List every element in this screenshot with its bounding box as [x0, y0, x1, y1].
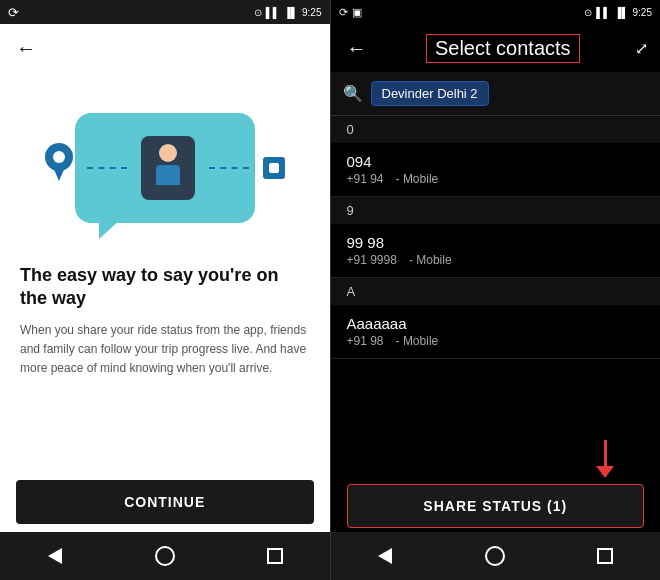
right-status-left: ⟳ ▣: [339, 6, 362, 19]
arrow-body: [604, 440, 607, 466]
route-line-2: [209, 167, 249, 169]
right-toolbar: ← Select contacts ⤢: [331, 24, 661, 72]
phone-type: - Mobile: [409, 253, 452, 267]
person-head: [159, 144, 177, 162]
contact-name: 094: [347, 153, 645, 170]
signal-icon: ▌▌: [266, 7, 280, 18]
battery-icon: ▐▌: [284, 7, 298, 18]
time-display: 9:25: [302, 7, 321, 18]
contact-phone: +91 9998 - Mobile: [347, 253, 645, 267]
search-chip[interactable]: Devinder Delhi 2: [371, 81, 489, 106]
arrow-head: [596, 466, 614, 478]
contact-row[interactable]: 99 98 +91 9998 - Mobile: [331, 224, 661, 278]
illustration-container: [20, 88, 310, 248]
phone-number: +91 98: [347, 334, 384, 348]
red-arrow-indicator: [596, 440, 614, 478]
left-status-bar: ⟳ ⊙ ▌▌ ▐▌ 9:25: [0, 0, 330, 24]
svg-point-1: [53, 151, 65, 163]
search-bar: 🔍 Devinder Delhi 2: [331, 72, 661, 116]
status-left: ⟳: [8, 5, 19, 20]
right-status-bar: ⟳ ▣ ⊙ ▌▌ ▐▌ 9:25: [331, 0, 661, 24]
phone-number: +91 9998: [347, 253, 397, 267]
phone-type: - Mobile: [396, 334, 439, 348]
route-line: [87, 167, 127, 169]
left-toolbar: ←: [0, 24, 330, 72]
search-icon: 🔍: [343, 84, 363, 103]
location-pin: [45, 143, 73, 183]
headline: The easy way to say you're on the way: [20, 264, 310, 311]
right-nav-back-button[interactable]: [369, 540, 401, 572]
phone-type: - Mobile: [396, 172, 439, 186]
right-nav-home-button[interactable]: [479, 540, 511, 572]
phone-number: +91 94: [347, 172, 384, 186]
right-status-right: ⊙ ▌▌ ▐▌ 9:25: [584, 7, 652, 18]
right-location-icon: ⊙: [584, 7, 592, 18]
illustration-area: The easy way to say you're on the way Wh…: [0, 72, 330, 468]
nav-back-button[interactable]: [39, 540, 71, 572]
right-panel: ⟳ ▣ ⊙ ▌▌ ▐▌ 9:25 ← Select contacts ⤢ 🔍 D…: [331, 0, 661, 580]
left-panel: ⟳ ⊙ ▌▌ ▐▌ 9:25 ←: [0, 0, 330, 580]
page-title: Select contacts: [426, 34, 580, 63]
nav-back-arrow-icon: [48, 548, 62, 564]
app-icon: ⟳: [8, 5, 19, 20]
share-status-container: SHARE STATUS (1): [347, 484, 645, 528]
left-back-button[interactable]: ←: [12, 33, 40, 64]
contact-phone: +91 98 - Mobile: [347, 334, 645, 348]
right-bottom-nav: [331, 532, 661, 580]
right-nav-back-icon: [378, 548, 392, 564]
left-bottom-nav: [0, 532, 330, 580]
right-battery-icon: ▐▌: [614, 7, 628, 18]
subtext: When you share your ride status from the…: [20, 321, 310, 379]
contact-name: 99 98: [347, 234, 645, 251]
right-time-display: 9:25: [633, 7, 652, 18]
section-header-9: 9: [331, 197, 661, 224]
share-status-button[interactable]: SHARE STATUS (1): [347, 484, 645, 528]
share-icon[interactable]: ⤢: [635, 39, 648, 58]
right-nav-recents-icon: [597, 548, 613, 564]
bubble-inner: [45, 136, 285, 200]
destination-icon: [263, 157, 285, 179]
nav-recents-button[interactable]: [259, 540, 291, 572]
person-body: [156, 165, 180, 185]
speech-bubble: [75, 113, 255, 223]
right-back-button[interactable]: ←: [343, 33, 371, 64]
right-signal-icon: ▌▌: [596, 7, 610, 18]
svg-marker-2: [52, 165, 66, 181]
person-icon: [141, 136, 195, 200]
nav-home-button[interactable]: [149, 540, 181, 572]
right-nav-recents-button[interactable]: [589, 540, 621, 572]
right-app-icon: ⟳: [339, 6, 348, 19]
continue-button[interactable]: CONTINUE: [16, 480, 314, 524]
contact-list: 0 094 +91 94 - Mobile 9 99 98 +91 9998 -…: [331, 116, 661, 478]
contact-row[interactable]: 094 +91 94 - Mobile: [331, 143, 661, 197]
right-nav-home-icon: [485, 546, 505, 566]
location-icon: ⊙: [254, 7, 262, 18]
contact-row[interactable]: Aaaaaaa +91 98 - Mobile: [331, 305, 661, 359]
section-header-0: 0: [331, 116, 661, 143]
status-right: ⊙ ▌▌ ▐▌ 9:25: [254, 7, 322, 18]
right-photo-icon: ▣: [352, 6, 362, 19]
nav-home-icon: [155, 546, 175, 566]
contact-name: Aaaaaaa: [347, 315, 645, 332]
nav-recents-icon: [267, 548, 283, 564]
section-header-a: A: [331, 278, 661, 305]
contact-phone: +91 94 - Mobile: [347, 172, 645, 186]
